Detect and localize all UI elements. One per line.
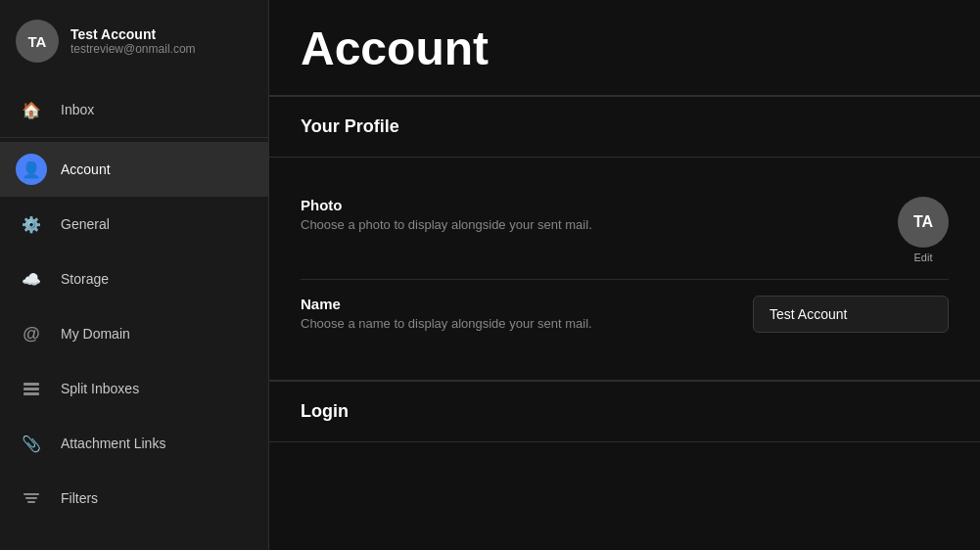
sidebar-item-label: Inbox <box>61 102 94 117</box>
profile-avatar-initials: TA <box>913 213 933 231</box>
sidebar-item-label: Split Inboxes <box>61 381 139 396</box>
sidebar-item-splitinboxes[interactable]: Split Inboxes <box>0 361 268 416</box>
photo-avatar-container[interactable]: TA Edit <box>898 197 949 263</box>
svg-rect-1 <box>23 388 39 390</box>
photo-desc: Choose a photo to display alongside your… <box>301 217 592 232</box>
your-profile-title: Your Profile <box>301 116 399 136</box>
paperclip-icon: 📎 <box>16 428 47 459</box>
home-icon: 🏠 <box>16 94 47 125</box>
sidebar-item-attachmentlinks[interactable]: 📎 Attachment Links <box>0 416 268 471</box>
sidebar-item-inbox[interactable]: 🏠 Inbox <box>0 82 268 138</box>
account-icon: 👤 <box>16 154 47 185</box>
profile-avatar: TA <box>898 197 949 248</box>
profile-section: Photo Choose a photo to display alongsid… <box>269 158 980 382</box>
profile-name-info: Name Choose a name to display alongside … <box>301 296 592 331</box>
main-content: Account Your Profile Photo Choose a phot… <box>269 0 980 550</box>
profile-photo-info: Photo Choose a photo to display alongsid… <box>301 197 592 232</box>
edit-photo-label: Edit <box>914 252 933 263</box>
sidebar-item-label: Storage <box>61 271 109 287</box>
svg-rect-0 <box>23 383 39 386</box>
sidebar-item-label: Filters <box>61 490 98 506</box>
sidebar-item-filters[interactable]: Filters <box>0 471 268 526</box>
sidebar-item-account[interactable]: 👤 Account <box>0 142 268 197</box>
sidebar-item-storage[interactable]: ☁️ Storage <box>0 252 268 306</box>
sidebar-header: TA Test Account testreview@onmail.com <box>0 0 268 78</box>
sidebar-user-info: Test Account testreview@onmail.com <box>70 26 196 56</box>
sidebar-nav: 🏠 Inbox 👤 Account ⚙️ General ☁️ Storage … <box>0 78 268 550</box>
split-icon <box>16 373 47 404</box>
at-icon: @ <box>16 318 47 349</box>
filter-icon <box>16 482 47 514</box>
sidebar-item-label: Attachment Links <box>61 435 165 451</box>
sidebar-item-label: My Domain <box>61 326 130 342</box>
name-label: Name <box>301 296 592 312</box>
sidebar-item-mydomain[interactable]: @ My Domain <box>0 306 268 361</box>
login-divider <box>269 441 980 442</box>
name-desc: Choose a name to display alongside your … <box>301 316 592 331</box>
your-profile-section-header: Your Profile <box>269 97 980 157</box>
svg-rect-2 <box>23 392 39 395</box>
avatar: TA <box>16 20 59 63</box>
sidebar-email: testreview@onmail.com <box>70 42 196 56</box>
main-header: Account <box>269 0 980 97</box>
sidebar-item-label: General <box>61 216 110 232</box>
page-title: Account <box>301 23 949 75</box>
sidebar: TA Test Account testreview@onmail.com 🏠 … <box>0 0 269 550</box>
login-title: Login <box>301 401 349 421</box>
profile-name-row: Name Choose a name to display alongside … <box>301 280 949 348</box>
photo-label: Photo <box>301 197 592 213</box>
sidebar-item-label: Account <box>61 161 111 177</box>
cloud-icon: ☁️ <box>16 263 47 295</box>
sidebar-username: Test Account <box>70 26 196 42</box>
profile-photo-row: Photo Choose a photo to display alongsid… <box>301 181 949 280</box>
login-section-header: Login <box>269 382 980 441</box>
name-value-field[interactable]: Test Account <box>753 296 949 333</box>
gear-icon: ⚙️ <box>16 208 47 240</box>
sidebar-item-general[interactable]: ⚙️ General <box>0 197 268 252</box>
